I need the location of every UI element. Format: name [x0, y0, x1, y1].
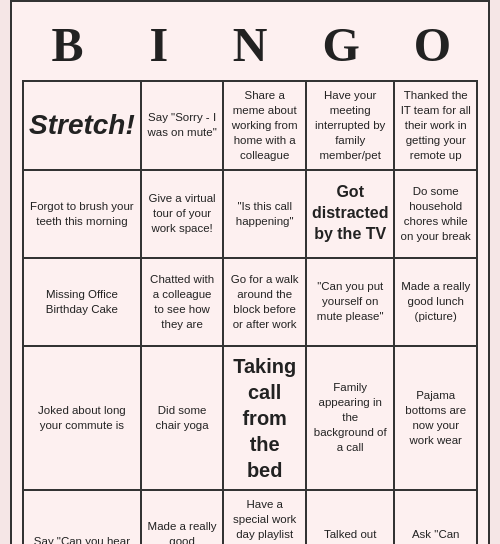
- bingo-cell-11[interactable]: Chatted with a colleague to see how they…: [142, 259, 225, 347]
- bingo-letter-b: B: [28, 17, 108, 72]
- bingo-cell-24[interactable]: Ask "Can everyone see my screen?": [395, 491, 478, 544]
- bingo-cell-15[interactable]: Joked about long your commute is: [24, 347, 142, 491]
- bingo-title: BINGO: [22, 12, 478, 80]
- bingo-cell-6[interactable]: Give a virtual tour of your work space!: [142, 171, 225, 259]
- bingo-cell-9[interactable]: Do some household chores while on your b…: [395, 171, 478, 259]
- bingo-cell-5[interactable]: Forgot to brush your teeth this morning: [24, 171, 142, 259]
- bingo-cell-4[interactable]: Thanked the IT team for all their work i…: [395, 82, 478, 171]
- bingo-letter-i: I: [119, 17, 199, 72]
- bingo-cell-23[interactable]: Talked out loud to yourself: [307, 491, 395, 544]
- bingo-cell-0[interactable]: Stretch!: [24, 82, 142, 171]
- bingo-cell-16[interactable]: Did some chair yoga: [142, 347, 225, 491]
- bingo-cell-13[interactable]: "Can you put yourself on mute please": [307, 259, 395, 347]
- bingo-cell-1[interactable]: Say "Sorry - I was on mute": [142, 82, 225, 171]
- bingo-cell-17[interactable]: Taking call from the bed: [224, 347, 307, 491]
- bingo-cell-21[interactable]: Made a really good breakfast (picture): [142, 491, 225, 544]
- bingo-cell-7[interactable]: "Is this call happening": [224, 171, 307, 259]
- bingo-cell-10[interactable]: Missing Office Birthday Cake: [24, 259, 142, 347]
- bingo-cell-3[interactable]: Have your meeting interrupted by family …: [307, 82, 395, 171]
- bingo-cell-20[interactable]: Say "Can you hear me?": [24, 491, 142, 544]
- bingo-cell-19[interactable]: Pajama bottoms are now your work wear: [395, 347, 478, 491]
- bingo-cell-14[interactable]: Made a really good lunch (picture): [395, 259, 478, 347]
- bingo-letter-o: O: [392, 17, 472, 72]
- bingo-letter-g: G: [301, 17, 381, 72]
- bingo-grid: Stretch!Say "Sorry - I was on mute"Share…: [22, 80, 478, 544]
- bingo-card: BINGO Stretch!Say "Sorry - I was on mute…: [10, 0, 490, 544]
- bingo-cell-18[interactable]: Family appearing in the background of a …: [307, 347, 395, 491]
- bingo-cell-12[interactable]: Go for a walk around the block before or…: [224, 259, 307, 347]
- bingo-cell-8[interactable]: Got distracted by the TV: [307, 171, 395, 259]
- bingo-letter-n: N: [210, 17, 290, 72]
- bingo-cell-2[interactable]: Share a meme about working from home wit…: [224, 82, 307, 171]
- bingo-cell-22[interactable]: Have a special work day playlist (music)…: [224, 491, 307, 544]
